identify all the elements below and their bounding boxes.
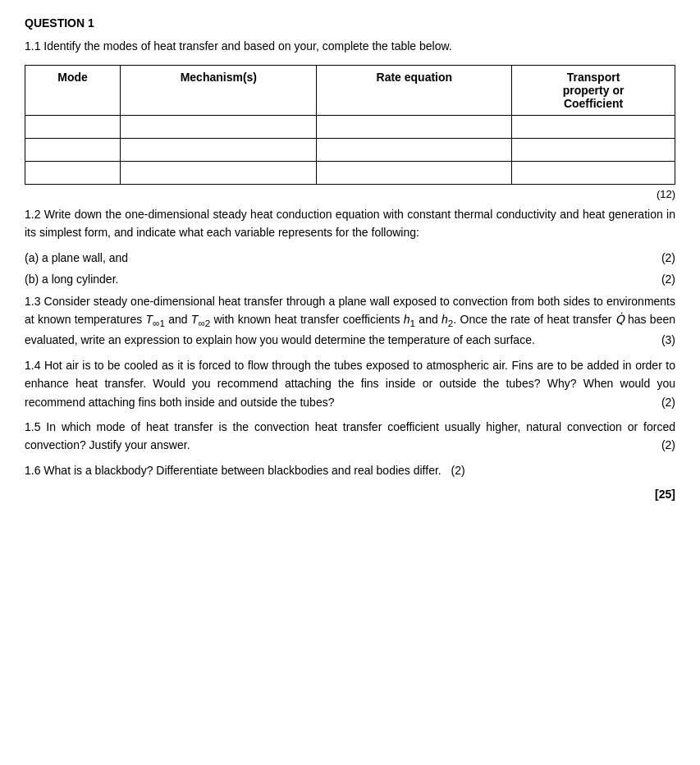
- col-header-rate: Rate equation: [317, 66, 512, 116]
- section-1-1-label: 1.1: [25, 39, 40, 53]
- section-1-4-marks: (2): [661, 393, 675, 411]
- sub-question-b-text: (b) a long cylinder.: [25, 270, 651, 288]
- table-cell: [512, 162, 675, 185]
- section-1-3: 1.3 Consider steady one-dimensional heat…: [25, 292, 675, 350]
- table-cell: [512, 139, 675, 162]
- section-1-4-label: 1.4: [25, 359, 40, 372]
- col-header-mechanism: Mechanism(s): [121, 66, 317, 116]
- section-1-3-label: 1.3: [25, 295, 40, 308]
- section-1-1-intro: 1.1 Identify the modes of heat transfer …: [25, 38, 675, 55]
- section-1-6-label: 1.6: [25, 464, 40, 477]
- table-cell: [25, 116, 121, 139]
- section-1-6-marks: (2): [445, 464, 465, 477]
- section-1-5-text: In which mode of heat transfer is the co…: [25, 420, 675, 451]
- section-1-5-marks: (2): [661, 436, 675, 454]
- section-1-2-label: 1.2: [25, 208, 40, 221]
- section-1-1-marks: (12): [25, 188, 675, 200]
- section-1-6: 1.6 What is a blackbody? Differentiate b…: [25, 461, 675, 479]
- section-1-2: 1.2 Write down the one-dimensional stead…: [25, 205, 675, 242]
- section-1-3-marks: (3): [661, 331, 675, 349]
- section-1-5: 1.5 In which mode of heat transfer is th…: [25, 418, 675, 455]
- table-row: [25, 139, 675, 162]
- sub-question-a-marks: (2): [651, 249, 675, 267]
- table-cell: [317, 116, 512, 139]
- section-1-2a: (a) a plane wall, and (2): [25, 249, 675, 267]
- section-1-1-text: Identify the modes of heat transfer and …: [43, 39, 451, 53]
- total-marks: [25]: [25, 488, 675, 501]
- section-1-5-label: 1.5: [25, 420, 40, 433]
- sub-question-a-text: (a) a plane wall, and: [25, 249, 651, 267]
- table-cell: [317, 162, 512, 185]
- table-cell: [121, 116, 317, 139]
- table-cell: [121, 139, 317, 162]
- table-cell: [25, 139, 121, 162]
- question-title: QUESTION 1: [25, 16, 675, 30]
- sub-question-b-marks: (2): [651, 270, 675, 288]
- table-cell: [512, 116, 675, 139]
- table-row: [25, 162, 675, 185]
- table-cell: [25, 162, 121, 185]
- section-1-4: 1.4 Hot air is to be cooled as it is for…: [25, 356, 675, 411]
- col-header-mode: Mode: [25, 66, 121, 116]
- table-cell: [317, 139, 512, 162]
- section-1-6-text: What is a blackbody? Differentiate betwe…: [43, 464, 441, 477]
- table-cell: [121, 162, 317, 185]
- table-row: [25, 116, 675, 139]
- section-1-2b: (b) a long cylinder. (2): [25, 270, 675, 288]
- section-1-3-text: Consider steady one-dimensional heat tra…: [25, 295, 675, 347]
- section-1-4-text: Hot air is to be cooled as it is forced …: [25, 359, 675, 409]
- section-1-2-intro: Write down the one-dimensional steady he…: [25, 208, 675, 239]
- heat-transfer-table: Mode Mechanism(s) Rate equation Transpor…: [25, 65, 675, 185]
- col-header-transport: Transportproperty orCoefficient: [512, 66, 675, 116]
- table-header-row: Mode Mechanism(s) Rate equation Transpor…: [25, 66, 675, 116]
